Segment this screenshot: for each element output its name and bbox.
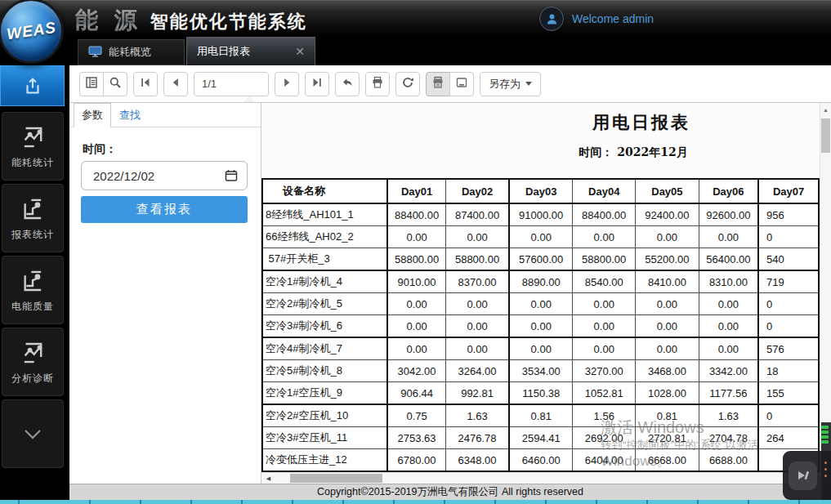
scroll-left-arrow-icon[interactable]: ◀ [262,473,275,484]
app-title: 能 源 智能优化节能系统 [75,5,307,36]
sidebar-item-label: 能耗统计 [11,156,54,170]
device-name-cell: 57#开关柜_3 [262,248,387,271]
tab-power-daily-report[interactable]: 用电日报表 ✕ [186,37,315,65]
value-cell: 264 [758,427,819,449]
sidebar-item-more[interactable] [2,399,64,468]
table-row: 空冷5#制冷机_83042.003264.003534.003270.00346… [262,360,819,382]
table-row: 空冷4#制冷机_70.000.000.000.000.000.00576 [262,337,819,360]
value-cell: 0.00 [509,315,573,338]
parameters-panel: 参数 查找 时间： 2022/12/02 查看报表 [69,103,261,484]
print-preview-toggle-button[interactable] [426,72,450,96]
value-cell: 0.00 [636,337,699,360]
device-name-cell: 空冷3#制冷机_6 [262,315,387,338]
sidebar-item-analysis-diagnosis[interactable]: 分析诊断 [2,328,64,396]
value-cell: 719 [758,270,819,293]
back-button[interactable] [335,72,360,96]
page-indicator-input[interactable]: 1/1 [194,72,269,96]
sidebar-item-energy-stats[interactable]: 能耗统计 [2,112,64,181]
sidebar-item-power-quality[interactable]: 电能质量 [2,256,64,324]
value-cell: 3342.00 [699,360,758,382]
value-cell: 0 [758,293,819,315]
recorder-app-icon[interactable] [789,462,817,490]
close-icon[interactable]: ✕ [295,46,305,57]
report-viewport: 用电日报表 时间： 2022年12月 设备名称Day01Day02Day03Da… [261,103,820,484]
tab-parameters[interactable]: 参数 [74,103,111,127]
table-row: 空冷2#空压机_100.751.630.811.560.811.630 [262,404,819,427]
scroll-up-arrow-icon[interactable]: ▲ [820,104,831,116]
value-cell: 0.00 [387,315,445,338]
report-toolbar: 1/1 另存为 [69,65,831,103]
device-name-cell: 冷变低压主进_12 [262,449,387,472]
brand-rest: 智能优化节能系统 [150,10,307,34]
value-cell: 88400.00 [573,203,636,226]
value-cell: 1.56 [573,404,636,427]
value-cell: 88400.00 [387,203,445,226]
value-cell: 0.00 [445,315,509,338]
value-cell: 58800.00 [387,248,445,271]
value-cell: 1052.81 [573,382,636,405]
column-header: Day01 [387,179,445,203]
last-page-button[interactable] [305,72,329,96]
sidebar-item-export[interactable] [0,65,65,106]
device-name-cell: 空冷5#制冷机_8 [262,360,387,382]
search-button[interactable] [103,72,127,96]
list-icon [85,76,98,92]
previous-page-button[interactable] [163,72,188,96]
previous-page-icon [169,76,182,92]
table-row: 空冷1#制冷机_49010.008370.008890.008540.00841… [262,270,819,293]
value-cell: 0 [758,226,819,248]
value-cell: 0.81 [509,404,573,427]
tab-find[interactable]: 查找 [111,104,149,127]
table-row: 空冷2#制冷机_50.000.000.000.000.000.000 [262,293,819,315]
view-report-button[interactable]: 查看报表 [81,196,248,223]
horizontal-scrollbar[interactable]: ◀ ▶ [261,472,820,484]
value-cell: 0.00 [445,337,509,360]
value-cell: 3468.00 [636,360,699,382]
value-cell: 3534.00 [509,360,573,382]
sidebar-item-report-stats[interactable]: 报表统计 [2,184,64,252]
value-cell: 0 [758,315,819,338]
next-page-button[interactable] [275,72,299,96]
print-button[interactable] [365,72,390,96]
value-cell: 0.00 [699,315,758,338]
refresh-button[interactable] [395,72,420,96]
value-cell: 0.00 [699,293,758,315]
value-cell: 6688.00 [699,449,758,472]
value-cell: 58800.00 [445,248,509,271]
value-cell: 6668.00 [636,449,699,472]
value-cell: 155 [758,382,819,405]
value-cell: 91000.00 [509,203,573,226]
date-input[interactable]: 2022/12/02 [81,161,248,190]
tab-energy-overview[interactable]: 能耗概览 [78,39,185,65]
page-layout-toggle-button[interactable] [449,72,474,96]
value-cell: 8310.00 [699,270,758,293]
value-cell: 0.00 [509,293,573,315]
value-cell: 0.81 [636,404,699,427]
parameters-tabs: 参数 查找 [69,103,261,127]
parameters-panel-toggle-button[interactable] [79,72,104,96]
value-cell: 0.00 [636,226,699,248]
value-cell: 92600.00 [699,203,758,226]
first-page-button[interactable] [133,72,158,96]
refresh-icon [401,76,414,92]
recorder-menu-dots-icon[interactable] [824,462,827,477]
first-page-icon [139,76,152,92]
vertical-scrollbar-thumb[interactable] [821,118,830,153]
value-cell: 540 [758,248,819,271]
tab-bar: 能耗概览 用电日报表 ✕ [0,37,831,65]
value-cell: 956 [758,203,819,226]
user-area[interactable]: Welcome admin [539,7,654,31]
value-cell: 0.75 [387,404,445,427]
value-cell: 58800.00 [573,248,636,271]
calendar-icon[interactable] [225,169,238,182]
print-layout-icon [431,76,445,92]
value-cell: 3264.00 [445,360,509,382]
horizontal-scrollbar-thumb[interactable] [290,474,382,483]
value-cell: 0.00 [573,226,636,248]
device-name-cell: 空冷2#制冷机_5 [262,293,387,315]
save-as-button[interactable]: 另存为 [480,72,541,96]
value-cell: 1177.56 [699,382,758,405]
value-cell: 8890.00 [509,270,573,293]
date-value: 2022/12/02 [93,169,225,183]
column-header: Day02 [445,179,509,203]
